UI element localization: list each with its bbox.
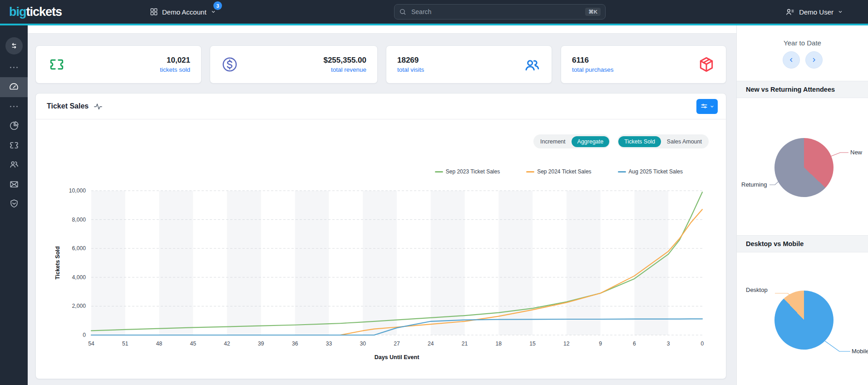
legend-dash — [435, 171, 443, 173]
svg-text:42: 42 — [224, 341, 230, 347]
stat-value: $255,355.00 — [323, 56, 366, 65]
legend-item[interactable]: Sep 2024 Ticket Sales — [526, 168, 591, 175]
pie-label-returning: Returning — [741, 181, 767, 188]
ticket-icon — [9, 140, 19, 150]
legend-label: Aug 2025 Ticket Sales — [629, 168, 683, 175]
svg-text:18: 18 — [496, 341, 502, 347]
svg-text:39: 39 — [258, 341, 264, 347]
apps-grid-icon — [150, 8, 158, 16]
notification-badge: 3 — [213, 1, 222, 10]
svg-text:12: 12 — [563, 341, 570, 347]
main-topbar — [28, 25, 736, 34]
pie-label-mobile: Mobile — [852, 348, 868, 355]
logo-big: big — [9, 5, 26, 19]
svg-text:9: 9 — [599, 341, 602, 347]
shield-icon — [9, 198, 19, 208]
account-label: Demo Account — [162, 8, 207, 16]
svg-text:6: 6 — [633, 341, 636, 347]
stat-label: total revenue — [323, 66, 366, 73]
svg-text:0: 0 — [83, 332, 86, 338]
package-icon — [698, 56, 715, 73]
svg-text:30: 30 — [360, 341, 366, 347]
dollar-circle-icon — [221, 56, 238, 73]
sidebar-item-tickets[interactable] — [0, 135, 28, 155]
attendees-pie-section: New Returning — [737, 98, 868, 235]
chart-toggles: Increment Aggregate Tickets Sold Sales A… — [533, 134, 709, 148]
top-navbar: bigtickets Demo Account 3 ⌘K — [0, 0, 868, 24]
search-box[interactable]: ⌘K — [394, 4, 606, 20]
svg-text:Tickets Sold: Tickets Sold — [54, 246, 61, 279]
toggle-tickets-sold[interactable]: Tickets Sold — [618, 136, 661, 147]
sidebar-more-button[interactable] — [0, 57, 28, 77]
prev-period-button[interactable] — [783, 51, 800, 69]
ticket-sales-chart: 02,0004,0006,0008,00010,0005451484542393… — [39, 178, 723, 375]
sidebar-item-messages[interactable] — [0, 174, 28, 194]
pie-label-new: New — [850, 149, 862, 156]
stat-label: tickets sold — [160, 66, 190, 73]
svg-text:Days Until Event: Days Until Event — [375, 354, 419, 360]
users-icon — [523, 55, 541, 74]
period-label: Year to Date — [737, 39, 868, 47]
sidebar-item-dashboard[interactable] — [0, 77, 28, 97]
section-title-devices: Desktop vs Mobile — [737, 235, 868, 252]
svg-text:54: 54 — [88, 341, 94, 347]
period-nav — [737, 51, 868, 69]
chevron-down-icon — [838, 9, 843, 15]
search-input[interactable] — [410, 8, 581, 16]
swap-arrows-icon — [5, 37, 23, 54]
chart-options-button[interactable] — [696, 99, 718, 114]
user-menu[interactable]: Demo User — [785, 0, 843, 24]
right-panel: Year to Date New vs Returning Attendees … — [736, 25, 868, 385]
svg-text:48: 48 — [156, 341, 163, 347]
sidebar — [0, 25, 28, 385]
user-label: Demo User — [799, 8, 833, 16]
legend-item[interactable]: Sep 2023 Ticket Sales — [435, 168, 500, 175]
devices-pie-chart — [774, 291, 833, 350]
sidebar-item-attendees[interactable] — [0, 154, 28, 174]
toggle-increment[interactable]: Increment — [534, 136, 572, 147]
svg-text:45: 45 — [190, 341, 197, 347]
stat-value: 10,021 — [160, 56, 190, 65]
svg-text:51: 51 — [122, 341, 128, 347]
svg-text:0: 0 — [701, 341, 704, 347]
svg-text:21: 21 — [462, 341, 468, 347]
stat-value: 6116 — [572, 56, 614, 65]
activity-icon — [93, 101, 103, 111]
svg-text:27: 27 — [394, 341, 400, 347]
line-chart-svg: 02,0004,0006,0008,00010,0005451484542393… — [39, 178, 723, 374]
stat-card-total-visits: 18269 total visits — [386, 45, 552, 84]
accent-bar — [0, 24, 868, 25]
chart-header: Ticket Sales — [36, 94, 726, 119]
svg-text:4,000: 4,000 — [72, 274, 86, 281]
attendees-pie-chart — [774, 138, 833, 197]
svg-text:33: 33 — [326, 341, 332, 347]
svg-text:10,000: 10,000 — [69, 188, 86, 194]
legend-item[interactable]: Aug 2025 Ticket Sales — [618, 168, 683, 175]
toggle-sales-amount[interactable]: Sales Amount — [661, 136, 708, 147]
chart-legend: Sep 2023 Ticket SalesSep 2024 Ticket Sal… — [36, 168, 726, 175]
chart-title: Ticket Sales — [47, 102, 89, 110]
legend-label: Sep 2024 Ticket Sales — [537, 168, 591, 175]
stat-card-tickets-sold: 10,021 tickets sold — [35, 45, 202, 84]
legend-dash — [526, 171, 534, 173]
stat-value: 18269 — [397, 56, 424, 65]
ellipsis-icon — [10, 67, 18, 68]
legend-dash — [618, 171, 626, 173]
svg-text:15: 15 — [529, 341, 536, 347]
svg-text:8,000: 8,000 — [72, 217, 86, 223]
toggle-aggregate[interactable]: Aggregate — [572, 136, 610, 147]
sidebar-more-button-2[interactable] — [0, 96, 28, 116]
stat-label: total purchases — [572, 66, 614, 73]
svg-text:36: 36 — [292, 341, 298, 347]
mail-icon — [9, 179, 19, 189]
dashboard-page: bigtickets Demo Account 3 ⌘K — [0, 0, 868, 385]
chevron-down-icon — [211, 9, 216, 15]
sidebar-item-security[interactable] — [0, 193, 28, 213]
logo[interactable]: bigtickets — [9, 0, 62, 24]
account-switcher[interactable]: Demo Account — [150, 0, 216, 24]
mode-toggle-group: Increment Aggregate — [533, 134, 610, 148]
sidebar-collapse-button[interactable] — [0, 36, 28, 56]
pie-label-desktop: Desktop — [746, 286, 768, 293]
next-period-button[interactable] — [805, 51, 823, 69]
sidebar-item-reports[interactable] — [0, 116, 28, 136]
